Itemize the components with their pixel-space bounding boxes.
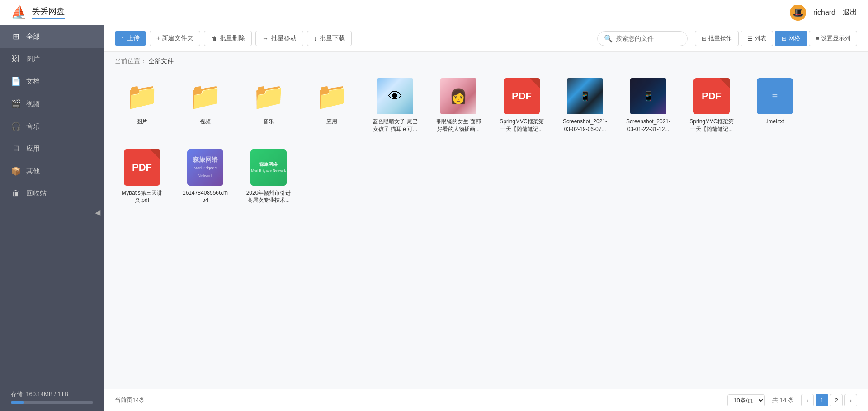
app-name: 丢丢网盘 <box>32 6 65 19</box>
batch-move-label: 批量移动 <box>271 34 297 42</box>
folder-thumb-music: 📁 <box>250 78 287 114</box>
pdf-thumb-2: PDF <box>693 78 730 114</box>
file-name-image-2: 带眼镜的女生 面部好看的人物插画... <box>435 118 482 133</box>
sidebar-label-other: 其他 <box>26 167 40 176</box>
file-item-pdf-3[interactable]: PDF Mybatis第三天讲义.pdf <box>115 146 169 208</box>
file-name-video-1: 1614784085566.mp4 <box>182 189 229 205</box>
file-name-images: 图片 <box>137 118 147 126</box>
content-area: ↑ 上传 + 新建文件夹 🗑 批量删除 ↔ 批量移动 ↓ 批量下载 🔍 <box>104 25 868 411</box>
download-icon: ↓ <box>314 35 317 42</box>
file-name-pdf-3: Mybatis第三天讲义.pdf <box>118 189 165 205</box>
grid-view-label: 网格 <box>788 34 800 42</box>
file-item-folder-videos[interactable]: 📁 视频 <box>178 75 232 137</box>
search-input[interactable] <box>616 35 681 42</box>
file-name-video-2: 2020年赣州市引进高层次专业技术... <box>245 189 292 205</box>
pdf-icon-3: PDF <box>132 162 152 173</box>
storage-used: 160.14MB / 1TB <box>26 391 68 397</box>
search-icon: 🔍 <box>604 34 613 43</box>
pdf-thumb-1: PDF <box>504 78 540 114</box>
videos-icon: 🎬 <box>11 99 21 109</box>
move-icon: ↔ <box>262 35 269 42</box>
sidebar-item-trash[interactable]: 🗑 回收站 <box>0 182 104 205</box>
file-name-image-1: 蓝色眼睛女子 尾巴女孩子 猫耳 è 可... <box>372 118 419 133</box>
batch-ops-label: 批量操作 <box>708 34 732 42</box>
file-item-pdf-1[interactable]: PDF SpringMVC框架第一天【随笔笔记... <box>495 75 549 137</box>
header-right: 🎩 richard 退出 <box>790 5 857 21</box>
file-name-pdf-1: SpringMVC框架第一天【随笔笔记... <box>498 118 545 133</box>
storage-label: 存储 <box>11 391 23 397</box>
delete-icon: 🗑 <box>211 35 217 42</box>
upload-label: 上传 <box>127 34 140 42</box>
page-2-button[interactable]: 2 <box>830 394 843 406</box>
trash-icon: 🗑 <box>11 189 21 198</box>
pdf-icon-2: PDF <box>702 90 722 102</box>
file-item-screenshot-2[interactable]: 📱 Screenshot_2021-03-01-22-31-12... <box>621 75 675 137</box>
file-grid: 📁 图片 📁 视频 📁 音乐 <box>115 75 857 208</box>
sidebar-item-docs[interactable]: 📄 文档 <box>0 70 104 93</box>
sidebar-label-images: 图片 <box>26 55 40 63</box>
sidebar-collapse-btn[interactable]: ◀ <box>0 205 104 220</box>
pdf-thumb-3: PDF <box>124 149 160 186</box>
sidebar-label-all: 全部 <box>26 33 40 41</box>
storage-bar-fill <box>11 401 24 404</box>
batch-delete-button[interactable]: 🗑 批量删除 <box>204 31 252 46</box>
batch-ops-button[interactable]: ⊞ 批量操作 <box>695 31 739 46</box>
new-folder-button[interactable]: + 新建文件夹 <box>150 31 200 46</box>
upload-icon: ↑ <box>121 35 124 42</box>
search-box[interactable]: 🔍 <box>597 31 688 46</box>
batch-move-button[interactable]: ↔ 批量移动 <box>255 31 303 46</box>
file-item-image-2[interactable]: 👩 带眼镜的女生 面部好看的人物插画... <box>431 75 486 137</box>
file-item-pdf-2[interactable]: PDF SpringMVC框架第一天【随笔笔记... <box>684 75 739 137</box>
list-icon: ☰ <box>747 35 753 42</box>
apps-icon: 🖥 <box>11 144 21 154</box>
file-item-video-2[interactable]: 森旅网络Mori Brigade Network 2020年赣州市引进高层次专业… <box>241 146 296 208</box>
all-icon: ⊞ <box>11 32 21 42</box>
folder-thumb-images: 📁 <box>124 78 160 114</box>
grid-icon: ⊞ <box>782 35 787 42</box>
next-page-button[interactable]: › <box>844 394 857 406</box>
sidebar-item-apps[interactable]: 🖥 应用 <box>0 138 104 160</box>
docs-icon: 📄 <box>11 76 21 86</box>
sidebar-label-videos: 视频 <box>26 100 40 108</box>
settings-display-button[interactable]: ≡ 设置显示列 <box>809 31 857 46</box>
file-area: 📁 图片 📁 视频 📁 音乐 <box>104 71 868 389</box>
file-name-videos: 视频 <box>200 118 211 126</box>
collapse-icon: ◀ <box>95 208 100 217</box>
sidebar-item-other[interactable]: 📦 其他 <box>0 160 104 182</box>
main-layout: ⊞ 全部 🖼 图片 📄 文档 🎬 视频 🎧 音乐 🖥 应用 📦 其他 🗑 <box>0 25 868 411</box>
header: ⛵ 丢丢网盘 🎩 richard 退出 <box>0 0 868 25</box>
sidebar-item-all[interactable]: ⊞ 全部 <box>0 25 104 48</box>
sidebar-item-videos[interactable]: 🎬 视频 <box>0 93 104 115</box>
logout-button[interactable]: 退出 <box>843 8 857 17</box>
file-item-folder-images[interactable]: 📁 图片 <box>115 75 169 137</box>
avatar: 🎩 <box>790 5 806 21</box>
file-item-image-1[interactable]: 👁 蓝色眼睛女子 尾巴女孩子 猫耳 è 可... <box>368 75 422 137</box>
upload-button[interactable]: ↑ 上传 <box>115 31 146 46</box>
file-item-folder-apps[interactable]: 📁 应用 <box>305 75 359 137</box>
settings-label: 设置显示列 <box>821 34 850 42</box>
list-view-label: 列表 <box>755 34 766 42</box>
file-item-screenshot-1[interactable]: 📱 Screenshot_2021-03-02-19-06-07... <box>558 75 612 137</box>
page-1-button[interactable]: 1 <box>816 394 828 406</box>
batch-download-button[interactable]: ↓ 批量下载 <box>307 31 352 46</box>
page-size-select[interactable]: 10条/页 20条/页 50条/页 <box>727 394 765 406</box>
breadcrumb: 当前位置： 全部文件 <box>104 52 868 71</box>
doc-icon: ≡ <box>772 90 778 102</box>
file-item-doc[interactable]: ≡ .imei.txt <box>748 75 802 137</box>
file-item-video-1[interactable]: 森旅网络Mori Brigade Network 1614784085566.m… <box>178 146 232 208</box>
pdf-icon-1: PDF <box>512 90 532 102</box>
doc-thumb: ≡ <box>757 78 793 114</box>
sidebar-item-music[interactable]: 🎧 音乐 <box>0 115 104 138</box>
sidebar-item-images[interactable]: 🖼 图片 <box>0 48 104 70</box>
list-view-button[interactable]: ☰ 列表 <box>741 31 773 46</box>
prev-page-button[interactable]: ‹ <box>801 394 814 406</box>
batch-delete-label: 批量删除 <box>220 34 245 42</box>
other-icon: 📦 <box>11 166 21 176</box>
file-item-folder-music[interactable]: 📁 音乐 <box>241 75 296 137</box>
batch-download-label: 批量下载 <box>320 34 345 42</box>
file-name-screenshot-2: Screenshot_2021-03-01-22-31-12... <box>625 118 672 133</box>
folder-thumb-apps: 📁 <box>314 78 350 114</box>
grid-view-button[interactable]: ⊞ 网格 <box>775 31 807 46</box>
file-name-pdf-2: SpringMVC框架第一天【随笔笔记... <box>688 118 735 133</box>
file-name-screenshot-1: Screenshot_2021-03-02-19-06-07... <box>561 118 609 133</box>
